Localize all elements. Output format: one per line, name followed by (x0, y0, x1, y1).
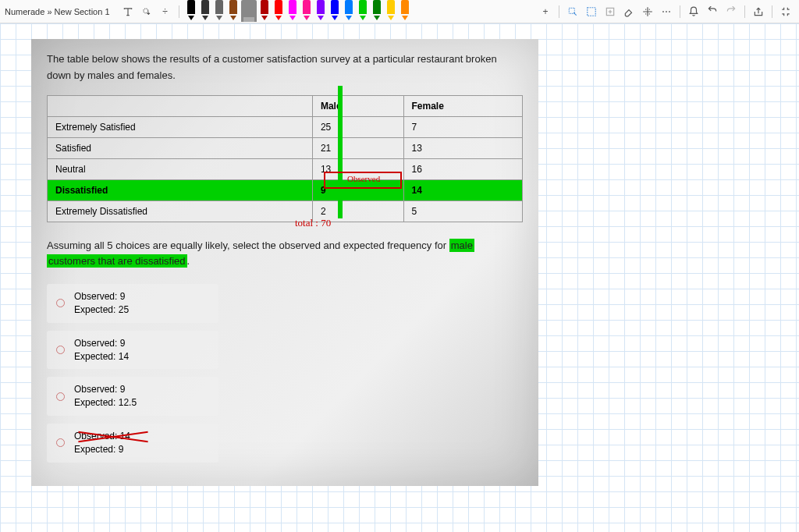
separator (744, 5, 745, 18)
bell-icon[interactable] (685, 3, 702, 20)
pen-lightblue[interactable] (342, 0, 356, 22)
pen-pink[interactable] (300, 0, 314, 22)
pen-palette (184, 0, 412, 23)
pen-black[interactable] (184, 0, 198, 22)
divide-icon[interactable]: ÷ (157, 3, 174, 20)
table-row: Extremely Dissatisfied25 (48, 200, 523, 222)
answer-options: Observed: 9Expected: 25 Observed: 9Expec… (47, 284, 523, 462)
radio-icon (56, 346, 65, 354)
add-shape-icon[interactable] (138, 3, 155, 20)
pen-dark-grey[interactable] (198, 0, 212, 22)
table-header-male: Male (312, 95, 403, 116)
eraser-icon[interactable] (620, 3, 637, 20)
pen-purple[interactable] (314, 0, 328, 22)
pen-yellow[interactable] (384, 0, 398, 22)
separator (179, 5, 179, 18)
highlight-male: male (449, 239, 474, 252)
question-text: Assuming all 5 choices are equally likel… (47, 238, 523, 271)
more-icon[interactable]: ⋯ (658, 3, 675, 20)
pen-brown[interactable] (226, 0, 240, 22)
pen-darkred[interactable] (257, 0, 272, 22)
vertical-green-line (338, 86, 343, 218)
option-b[interactable]: Observed: 9Expected: 14 (47, 331, 218, 370)
table-header-row: Male Female (48, 95, 523, 116)
radio-icon (56, 299, 65, 307)
breadcrumb[interactable]: Numerade » New Section 1 (5, 7, 110, 16)
svg-rect-2 (588, 7, 596, 16)
radio-icon (56, 438, 65, 447)
ruler-icon[interactable] (639, 3, 656, 20)
text-cursor-icon[interactable] (119, 3, 137, 20)
problem-card: The table below shows the results of a c… (31, 39, 538, 486)
share-icon[interactable] (750, 3, 767, 20)
select-icon[interactable] (583, 3, 600, 20)
pen-grey[interactable] (212, 0, 226, 22)
option-d[interactable]: Observed: 14Expected: 9 (47, 424, 218, 463)
table-row-highlighted: Dissatisfied914 (48, 179, 523, 200)
highlight-dissatisfied: customers that are dissatisfied (47, 254, 187, 268)
table-header-female: Female (403, 95, 522, 116)
separator (559, 5, 559, 18)
annotation-observed: Observed (347, 174, 380, 183)
pen-blue[interactable] (328, 0, 342, 22)
pen-red[interactable] (272, 0, 286, 22)
highlighter-tool[interactable] (241, 0, 257, 22)
separator (680, 5, 680, 18)
problem-intro: The table below shows the results of a c… (47, 51, 523, 84)
undo-icon[interactable] (704, 3, 721, 20)
option-c[interactable]: Observed: 9Expected: 12.5 (47, 377, 218, 416)
redo-icon[interactable] (723, 3, 740, 20)
table-row: Satisfied2113 (48, 137, 523, 158)
separator (772, 5, 772, 18)
pen-orange[interactable] (398, 0, 412, 22)
svg-point-0 (143, 8, 147, 12)
collapse-icon[interactable] (777, 3, 794, 20)
table-row: Neutral1316 (48, 158, 523, 179)
table-header-blank (48, 95, 313, 116)
annotation-total: total : 70 (295, 217, 331, 229)
data-table: Male Female Extremely Satisfied257 Satis… (47, 95, 523, 222)
canvas[interactable]: The table below shows the results of a c… (0, 23, 799, 532)
cross-out-annotation (78, 428, 148, 444)
top-toolbar: Numerade » New Section 1 ÷ + ⋯ (0, 0, 799, 23)
option-a[interactable]: Observed: 9Expected: 25 (47, 284, 218, 323)
plus-icon[interactable]: + (537, 3, 554, 20)
pen-green[interactable] (356, 0, 370, 22)
table-row: Extremely Satisfied257 (48, 116, 523, 137)
pen-darkgreen[interactable] (370, 0, 384, 22)
pen-magenta[interactable] (286, 0, 300, 22)
insert-icon[interactable] (602, 3, 619, 20)
radio-icon (56, 392, 65, 401)
lasso-icon[interactable] (564, 3, 581, 20)
